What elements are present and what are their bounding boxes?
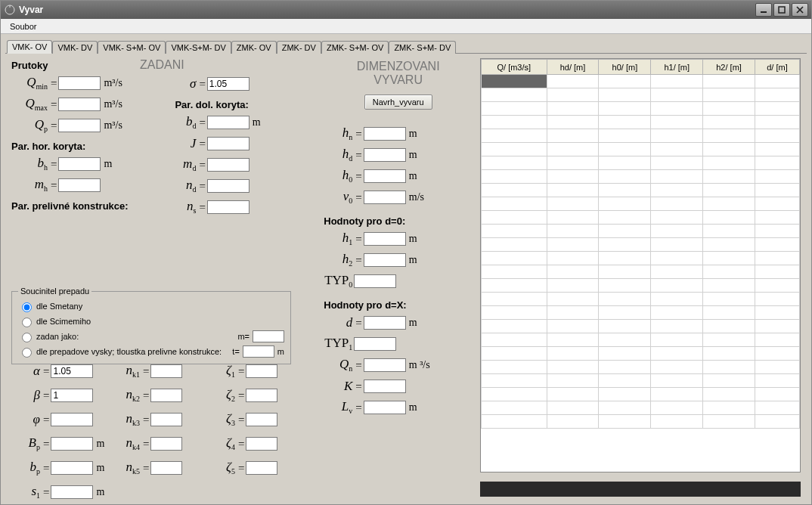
table-row[interactable] xyxy=(482,333,800,347)
table-cell[interactable] xyxy=(703,347,755,361)
input-nk5[interactable] xyxy=(150,461,182,475)
table-cell[interactable] xyxy=(482,129,547,143)
input-h1[interactable] xyxy=(364,232,406,246)
table-cell[interactable] xyxy=(703,75,755,88)
table-row[interactable] xyxy=(482,116,800,129)
tab-vmk-sm-dv[interactable]: VMK-S+M- DV xyxy=(166,41,231,54)
radio-scimemiho[interactable] xyxy=(22,318,32,327)
table-cell[interactable] xyxy=(651,170,703,184)
radio-zadan[interactable] xyxy=(22,333,32,342)
table-cell[interactable] xyxy=(651,279,703,293)
tab-vmk-sm-ov[interactable]: VMK- S+M- OV xyxy=(98,41,166,54)
table-cell[interactable] xyxy=(599,170,651,184)
input-bp[interactable] xyxy=(51,461,93,475)
col-h2[interactable]: h2/ [m] xyxy=(703,60,755,75)
table-cell[interactable] xyxy=(599,197,651,211)
table-cell[interactable] xyxy=(547,143,599,156)
table-row[interactable] xyxy=(482,75,800,88)
table-cell[interactable] xyxy=(599,293,651,306)
input-s1[interactable] xyxy=(51,485,93,499)
table-cell[interactable] xyxy=(755,75,799,88)
table-cell[interactable] xyxy=(651,361,703,374)
col-Q[interactable]: Q/ [m3/s] xyxy=(482,60,547,75)
table-cell[interactable] xyxy=(755,374,799,388)
table-cell[interactable] xyxy=(482,156,547,170)
table-cell[interactable] xyxy=(599,347,651,361)
table-cell[interactable] xyxy=(482,143,547,156)
table-cell[interactable] xyxy=(755,156,799,170)
table-cell[interactable] xyxy=(703,361,755,374)
table-cell[interactable] xyxy=(755,333,799,347)
table-cell[interactable] xyxy=(651,129,703,143)
table-cell[interactable] xyxy=(599,279,651,293)
table-cell[interactable] xyxy=(547,306,599,320)
table-cell[interactable] xyxy=(599,265,651,279)
table-cell[interactable] xyxy=(482,184,547,197)
table-cell[interactable] xyxy=(703,116,755,129)
table-cell[interactable] xyxy=(651,415,703,429)
table-row[interactable] xyxy=(482,238,800,252)
table-cell[interactable] xyxy=(755,143,799,156)
table-row[interactable] xyxy=(482,211,800,225)
table-cell[interactable] xyxy=(651,197,703,211)
table-cell[interactable] xyxy=(755,401,799,415)
table-cell[interactable] xyxy=(482,279,547,293)
col-h1[interactable]: h1/ [m] xyxy=(651,60,703,75)
input-K[interactable] xyxy=(364,380,406,393)
table-cell[interactable] xyxy=(547,347,599,361)
input-z1[interactable] xyxy=(246,364,277,378)
table-cell[interactable] xyxy=(703,279,755,293)
table-cell[interactable] xyxy=(703,293,755,306)
table-cell[interactable] xyxy=(755,265,799,279)
table-row[interactable] xyxy=(482,293,800,306)
table-cell[interactable] xyxy=(651,320,703,333)
input-d[interactable] xyxy=(364,316,406,330)
table-cell[interactable] xyxy=(482,293,547,306)
table-cell[interactable] xyxy=(482,197,547,211)
table-cell[interactable] xyxy=(599,361,651,374)
table-cell[interactable] xyxy=(651,143,703,156)
table-cell[interactable] xyxy=(755,88,799,102)
input-Bp[interactable] xyxy=(51,437,93,451)
input-Qp[interactable] xyxy=(58,119,101,132)
table-cell[interactable] xyxy=(482,75,547,88)
table-cell[interactable] xyxy=(599,75,651,88)
table-cell[interactable] xyxy=(755,347,799,361)
table-cell[interactable] xyxy=(482,347,547,361)
table-cell[interactable] xyxy=(482,306,547,320)
input-m[interactable] xyxy=(253,330,284,342)
table-cell[interactable] xyxy=(651,211,703,225)
table-cell[interactable] xyxy=(547,374,599,388)
input-h0[interactable] xyxy=(364,169,406,183)
table-cell[interactable] xyxy=(599,374,651,388)
input-md[interactable] xyxy=(207,158,249,172)
table-cell[interactable] xyxy=(755,252,799,265)
table-cell[interactable] xyxy=(703,252,755,265)
tab-zmk-ov[interactable]: ZMK- OV xyxy=(231,41,277,54)
table-cell[interactable] xyxy=(651,333,703,347)
tab-zmk-sm-ov[interactable]: ZMK- S+M- OV xyxy=(321,41,389,54)
table-cell[interactable] xyxy=(755,361,799,374)
table-cell[interactable] xyxy=(482,333,547,347)
table-cell[interactable] xyxy=(755,116,799,129)
table-cell[interactable] xyxy=(547,197,599,211)
table-cell[interactable] xyxy=(755,197,799,211)
tab-vmk-ov[interactable]: VMK- OV xyxy=(7,40,52,54)
table-row[interactable] xyxy=(482,143,800,156)
table-cell[interactable] xyxy=(547,88,599,102)
table-cell[interactable] xyxy=(703,225,755,238)
button-navrh-vyvaru[interactable]: Navrh_vyvaru xyxy=(364,94,432,110)
input-hd[interactable] xyxy=(364,148,406,162)
table-cell[interactable] xyxy=(703,306,755,320)
table-cell[interactable] xyxy=(482,320,547,333)
table-cell[interactable] xyxy=(482,252,547,265)
table-cell[interactable] xyxy=(703,170,755,184)
input-h2[interactable] xyxy=(364,253,406,267)
table-cell[interactable] xyxy=(755,102,799,116)
table-row[interactable] xyxy=(482,265,800,279)
input-ns[interactable] xyxy=(207,200,249,214)
table-cell[interactable] xyxy=(755,279,799,293)
table-cell[interactable] xyxy=(599,252,651,265)
input-nk3[interactable] xyxy=(150,413,182,426)
table-cell[interactable] xyxy=(482,238,547,252)
